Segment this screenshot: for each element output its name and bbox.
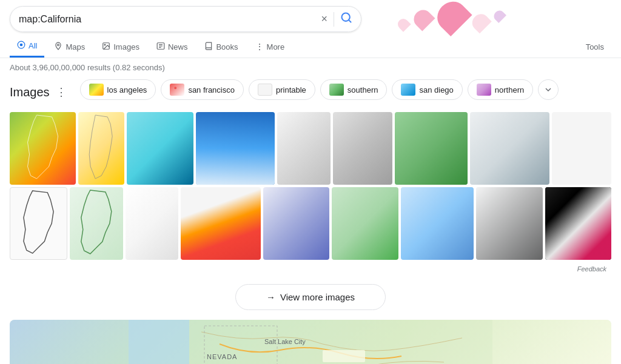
chip-img-printable (258, 84, 272, 96)
maps-icon (54, 42, 62, 52)
search-box: × (10, 6, 361, 32)
tab-news[interactable]: News (149, 37, 195, 57)
map-section: Salt Lake City NEVADA Utah Sacramento (10, 320, 611, 364)
images-section-header: Images ⋮ los angeles ● san francisco pri… (0, 77, 621, 110)
tools-button[interactable]: Tools (579, 38, 611, 56)
chip-san-diego[interactable]: san diego (392, 79, 462, 100)
tab-all[interactable]: All (10, 36, 44, 58)
svg-rect-8 (129, 320, 189, 364)
books-icon (204, 42, 213, 52)
image-cell-6[interactable] (333, 112, 392, 185)
svg-point-4 (58, 44, 59, 45)
news-icon (156, 42, 165, 52)
svg-rect-11 (323, 350, 365, 362)
image-cell-4[interactable] (196, 112, 275, 185)
image-cell-11[interactable] (70, 187, 123, 260)
nevada-label: NEVADA (207, 353, 237, 360)
more-icon: ⋮ (255, 42, 264, 51)
tab-more[interactable]: ⋮ More (248, 37, 292, 56)
view-more-container: → View more images (0, 274, 621, 320)
view-more-label: View more images (280, 292, 355, 302)
divider (334, 12, 334, 27)
chip-los-angeles[interactable]: los angeles (80, 79, 156, 100)
heart-small (395, 16, 411, 31)
chip-img-san-diego (401, 84, 415, 96)
chip-northern[interactable]: northern (468, 79, 533, 100)
clear-icon[interactable]: × (321, 13, 327, 25)
tab-maps[interactable]: Maps (47, 37, 92, 57)
image-cell-2[interactable] (78, 112, 124, 185)
chip-img-southern (329, 84, 344, 96)
images-row-1 (10, 112, 611, 185)
tab-books[interactable]: Books (197, 37, 245, 57)
image-cell-15[interactable] (332, 187, 398, 260)
search-input[interactable] (19, 14, 321, 25)
svg-point-6 (104, 44, 106, 45)
hearts-decoration (398, 2, 505, 30)
search-area: × (0, 0, 621, 32)
chip-img-sf: ● (170, 84, 184, 96)
feedback-container: Feedback (0, 262, 621, 274)
chip-southern[interactable]: southern (320, 79, 388, 100)
image-cell-1[interactable] (10, 112, 76, 185)
svg-point-3 (20, 44, 23, 47)
image-cell-17[interactable] (476, 187, 542, 260)
heart-tiny (492, 8, 506, 23)
images-row-2 (10, 187, 611, 260)
images-more-icon[interactable]: ⋮ (56, 85, 67, 99)
feedback-label[interactable]: Feedback (577, 265, 609, 273)
chip-san-francisco[interactable]: ● san francisco (161, 79, 244, 100)
image-cell-10[interactable] (10, 187, 67, 260)
image-cell-5[interactable] (277, 112, 330, 185)
image-cell-3[interactable] (127, 112, 193, 185)
all-icon (17, 41, 25, 51)
view-more-button[interactable]: → View more images (235, 284, 386, 310)
filter-chips: los angeles ● san francisco printable so… (75, 79, 559, 105)
map-svg (10, 320, 611, 364)
svg-line-1 (349, 20, 351, 22)
salt-lake-city-label: Salt Lake City (264, 338, 306, 345)
map-background: Salt Lake City NEVADA Utah Sacramento (10, 320, 611, 364)
image-cell-9[interactable] (552, 112, 611, 185)
search-icon[interactable] (340, 12, 352, 27)
view-more-arrow: → (266, 292, 275, 302)
expand-chips-button[interactable] (538, 79, 559, 100)
image-cell-16[interactable] (401, 187, 474, 260)
image-cell-7[interactable] (395, 112, 468, 185)
images-grid (0, 110, 621, 262)
chip-printable[interactable]: printable (249, 79, 315, 100)
chip-img-la (89, 84, 104, 96)
heart-xsmall (469, 11, 491, 33)
images-icon (102, 42, 110, 52)
heart-large (431, 0, 472, 36)
nav-tabs: All Maps Images News Books ⋮ More Tools (0, 32, 621, 58)
image-cell-18[interactable] (545, 187, 611, 260)
tab-images[interactable]: Images (95, 37, 147, 57)
heart-medium (410, 6, 435, 31)
image-cell-14[interactable] (263, 187, 329, 260)
image-cell-13[interactable] (181, 187, 260, 260)
image-cell-8[interactable] (470, 112, 549, 185)
results-count: About 3,96,00,00,000 results (0.82 secon… (0, 58, 621, 77)
chip-img-northern (477, 84, 491, 96)
image-cell-12[interactable] (126, 187, 179, 260)
images-title: Images (10, 85, 50, 99)
